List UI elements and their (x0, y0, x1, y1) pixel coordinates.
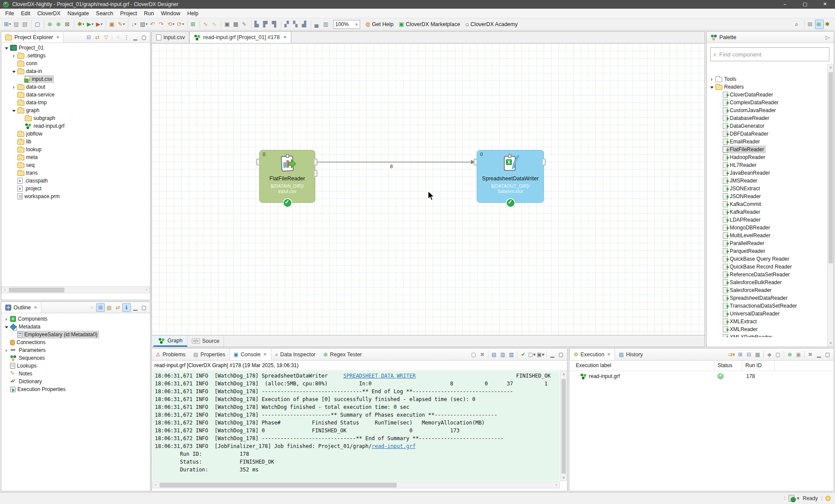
align-center-icon[interactable]: ▛ (262, 20, 271, 29)
palette-item-complexdatareader[interactable]: ComplexDataReader (707, 99, 828, 106)
project-item-workspace-prm[interactable]: workspace.prm (1, 192, 150, 200)
palette-item-customjavareader[interactable]: CustomJavaReader (707, 106, 828, 114)
outline-item-notes[interactable]: Notes (1, 370, 150, 378)
minimize-icon[interactable]: ▁ (548, 350, 557, 359)
maximize-icon[interactable]: ▢ (140, 33, 148, 42)
menu-cloverdx[interactable]: CloverDX (34, 10, 64, 17)
log-link[interactable]: SPREADSHEET DATA WRITER (343, 373, 415, 379)
project-item-read-input-grf[interactable]: read-input.grf (1, 122, 150, 130)
align-bottom-icon[interactable]: ▄ (313, 20, 322, 29)
new-wizard-icon[interactable]: ⊞▾ (3, 20, 12, 29)
edit-properties-icon[interactable]: ✎ (240, 20, 249, 29)
palette-item-readers[interactable]: Readers (707, 83, 828, 91)
palette-item-salesforcereader[interactable]: SalesforceReader (707, 286, 828, 294)
link-with-editor-icon[interactable]: ⇄ (114, 303, 122, 312)
open-console-icon[interactable]: ▢▾ (528, 350, 536, 359)
close-icon[interactable]: ✕ (34, 305, 37, 310)
column-status[interactable]: Status (718, 362, 732, 368)
console-tab-properties[interactable]: ▤Properties (190, 348, 229, 360)
display-selected-icon[interactable]: ✔ (519, 350, 528, 359)
writer-output-port[interactable] (543, 159, 546, 166)
palette-item-hl7reader[interactable]: HL7Reader (707, 161, 828, 169)
close-icon[interactable]: ✕ (263, 352, 267, 357)
console-log[interactable]: 18:06:31,671 INFO [WatchDog_178] Spreads… (152, 371, 560, 481)
menu-file[interactable]: File (2, 10, 17, 17)
expander-icon[interactable] (4, 348, 10, 353)
project-item-lib[interactable]: lib (1, 138, 150, 146)
new-console-view-icon[interactable]: ▣▾ (536, 350, 545, 359)
reader-output-port-1[interactable] (314, 170, 317, 177)
tab-project-explorer[interactable]: Project Explorer ✕ (1, 32, 63, 43)
get-help-button[interactable]: ◍Get Help (363, 20, 396, 28)
execution-tab-execution[interactable]: ⚙Execution✕ (569, 348, 615, 360)
palette-item-quickbase-record-reader[interactable]: QuickBase Record Reader (707, 263, 828, 271)
outline-item-parameters[interactable]: Parameters (1, 346, 150, 354)
palette-item-mongodbreader[interactable]: MongoDBReader (707, 224, 828, 232)
info-icon[interactable]: ℹ (122, 303, 131, 312)
project-item-jobflow[interactable]: jobflow (1, 130, 150, 138)
undo-typing-icon[interactable]: ↶ (149, 20, 157, 29)
expander-icon[interactable] (4, 324, 10, 330)
save-icon[interactable]: ▥ (12, 20, 21, 29)
project-item-seq[interactable]: seq (1, 161, 150, 169)
execution-tab-history[interactable]: ▤History (615, 348, 647, 360)
project-item-data-tmp[interactable]: data-tmp (1, 99, 150, 106)
scroll-lock-icon[interactable]: ▢ (469, 350, 478, 359)
collapse-all-icon[interactable]: ⊟ (84, 33, 93, 42)
save-all-icon[interactable]: ▤ (21, 20, 30, 29)
menu-window[interactable]: Window (157, 10, 184, 17)
expander-icon[interactable] (4, 316, 10, 322)
table-view-icon[interactable]: ▤ (105, 303, 114, 312)
server-status-icon[interactable] (788, 495, 795, 502)
log-link[interactable]: read-input.grf (372, 443, 416, 449)
console-tab-console[interactable]: ▣Console✕ (229, 348, 271, 360)
tracking-icon[interactable]: ◆ (765, 350, 774, 359)
execution-row[interactable]: read-input.grf 178 (570, 372, 834, 381)
open-console-view-icon[interactable]: ▢ (33, 20, 42, 29)
collapse-palette-icon[interactable]: ▷ (823, 33, 832, 42)
palette-item-kafkacommit[interactable]: KafkaCommit (707, 200, 828, 208)
console-tab-regex-tester[interactable]: ⊛Regex Tester (320, 348, 366, 360)
close-icon[interactable]: ✕ (56, 35, 60, 40)
palette-item-emailreader[interactable]: EmailReader (707, 138, 828, 146)
expander-icon[interactable] (11, 69, 17, 74)
edit-icon[interactable]: ✎▾ (117, 20, 126, 29)
expander-icon[interactable] (709, 76, 715, 82)
menu-project[interactable]: Project (117, 10, 140, 17)
export-graph-icon[interactable]: ⊠ (63, 20, 72, 29)
cloverdx-perspective-icon[interactable]: ⊛ (815, 20, 824, 29)
copy-graph-icon[interactable]: ▣ (223, 20, 232, 29)
project-item-data-service[interactable]: data-service (1, 91, 150, 99)
find-component-box[interactable]: ⌕ Find component (710, 47, 829, 61)
expander-icon[interactable] (11, 108, 17, 113)
link-with-editor-icon[interactable]: ⇄ (93, 33, 102, 42)
node-spreadsheetdatawriter[interactable]: 0 X SpreadsheetDataWriter ${DATAOUT_DIR}… (477, 150, 544, 203)
marketplace-button[interactable]: ▣CloverDX Marketplace (396, 20, 463, 28)
zoom-level-select[interactable]: 100%∨ (333, 20, 360, 29)
debug-perspective-icon[interactable]: ✱ (824, 20, 832, 29)
project-item-meta[interactable]: meta (1, 153, 150, 161)
palette-item-datagenerator[interactable]: DataGenerator (707, 122, 828, 130)
outline-item-execution-properties[interactable]: Execution Properties (1, 385, 150, 393)
align-left-icon[interactable]: ▙ (253, 20, 262, 29)
project-item-project[interactable]: .project (1, 185, 150, 192)
console-vscrollbar[interactable]: ∧ ∨ (560, 371, 567, 481)
tab-outline[interactable]: Outline ✕ (1, 302, 41, 313)
lock-table-icon[interactable]: ▦ (753, 350, 762, 359)
palette-item-jsonreader[interactable]: JSONReader (707, 192, 828, 200)
outline-item-lookups[interactable]: Lookups (1, 362, 150, 370)
maximize-icon[interactable]: ▢ (140, 303, 148, 312)
palette-item-parquetreader[interactable]: ParquetReader (707, 247, 828, 255)
palette-item-universaldatareader[interactable]: UniversalDataReader (707, 310, 828, 318)
project-explorer-hscrollbar[interactable]: ‹ › (1, 286, 150, 293)
import-icon[interactable]: ↓▾ (130, 20, 139, 29)
tab-graph[interactable]: Graph (154, 335, 187, 347)
tips-bulb-icon[interactable] (825, 496, 831, 501)
palette-item-jsonextract[interactable]: JSONExtract (707, 185, 828, 192)
menu-navigate[interactable]: Navigate (64, 10, 92, 17)
focus-icon[interactable]: ⁘ (87, 303, 96, 312)
insert-component-icon[interactable]: ⊞ (189, 20, 198, 29)
palette-item-multilevelreader[interactable]: MultiLevelReader (707, 232, 828, 239)
ctl-editor-icon[interactable]: ∿ (202, 20, 210, 29)
project-item-subgraph[interactable]: subgraph (1, 114, 150, 122)
